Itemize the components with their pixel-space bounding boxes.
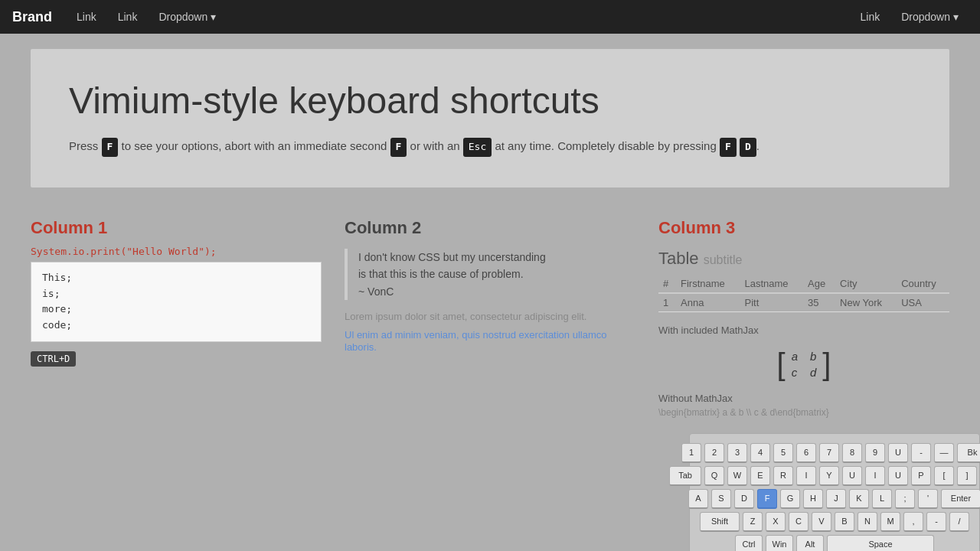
key-4[interactable]: 4 <box>750 443 770 463</box>
key-6[interactable]: 6 <box>796 443 816 463</box>
chevron-down-icon: ▾ <box>211 11 216 23</box>
th-country: Country <box>897 275 949 293</box>
ctrl-badge: CTRL+D <box>31 351 76 367</box>
key-i2[interactable]: I <box>865 466 885 486</box>
key-9[interactable]: 9 <box>865 443 885 463</box>
table-subtitle: subtitle <box>704 253 743 266</box>
key-rbracket[interactable]: ] <box>957 466 977 486</box>
key-b[interactable]: B <box>835 512 854 532</box>
key-r[interactable]: R <box>773 466 793 486</box>
matrix-cells: a b c d <box>786 347 823 382</box>
key-slash[interactable]: / <box>949 512 969 532</box>
navbar: Brand Link Link Dropdown ▾ Link Dropdown… <box>0 0 980 34</box>
key-h[interactable]: H <box>803 489 823 509</box>
bracket-right: ] <box>822 349 831 380</box>
matrix: [ a b c d ] <box>768 344 841 385</box>
key-y[interactable]: Y <box>819 466 839 486</box>
column-2: Column 2 I don't know CSS but my uncerst… <box>345 218 635 353</box>
key-g[interactable]: G <box>780 489 800 509</box>
columns-section: Column 1 System.io.print("Hello World");… <box>0 203 980 433</box>
th-firstname: Firstname <box>676 275 740 293</box>
col2-link[interactable]: Ul enim ad minim veniam, quis nostrud ex… <box>345 329 606 353</box>
keyboard-wrapper: 1 2 3 4 5 6 7 8 9 U - — Bk Tab Q W E R I… <box>0 433 980 551</box>
mathjax-with: With included MathJax <box>658 324 949 336</box>
keyboard-row-2: Tab Q W E R I Y U I U P [ ] \ <box>699 466 970 486</box>
key-d[interactable]: D <box>734 489 754 509</box>
key-quote[interactable]: ' <box>918 489 938 509</box>
th-city: City <box>835 275 897 293</box>
key-z[interactable]: Z <box>743 512 763 532</box>
nav-dropdown-left[interactable]: Dropdown ▾ <box>149 6 225 28</box>
key-u3[interactable]: U <box>888 466 908 486</box>
key-combo1: F <box>720 138 737 157</box>
nav-link-1[interactable]: Link <box>67 6 106 28</box>
hero-description: Press F to see your options, abort with … <box>69 137 911 157</box>
key-8[interactable]: 8 <box>842 443 862 463</box>
col1-code-block: This;is;more;code; <box>31 262 322 342</box>
key-v[interactable]: V <box>812 512 831 532</box>
col1-title: Column 1 <box>31 218 322 238</box>
key-f2-badge: F <box>390 138 407 157</box>
matrix-container: [ a b c d ] <box>658 344 949 385</box>
key-w[interactable]: W <box>727 466 747 486</box>
col3-title: Column 3 <box>658 218 949 238</box>
key-x[interactable]: X <box>766 512 786 532</box>
key-q[interactable]: Q <box>704 466 724 486</box>
key-enter[interactable]: Enter <box>941 489 980 509</box>
key-dash[interactable]: — <box>934 443 954 463</box>
key-p[interactable]: P <box>911 466 931 486</box>
navbar-links: Link Link Dropdown ▾ <box>67 6 851 28</box>
key-tab[interactable]: Tab <box>669 466 701 486</box>
key-lbracket[interactable]: [ <box>934 466 954 486</box>
nav-link-2[interactable]: Link <box>109 6 147 28</box>
key-s[interactable]: S <box>711 489 731 509</box>
column-1: Column 1 System.io.print("Hello World");… <box>31 218 322 367</box>
key-dot[interactable]: - <box>926 512 946 532</box>
nav-dropdown-right[interactable]: Dropdown ▾ <box>892 6 968 28</box>
table-heading: Table subtitle <box>658 249 949 269</box>
navbar-brand[interactable]: Brand <box>12 9 52 25</box>
key-k[interactable]: K <box>849 489 869 509</box>
key-i[interactable]: I <box>796 466 816 486</box>
key-comma[interactable]: , <box>903 512 923 532</box>
key-5[interactable]: 5 <box>773 443 793 463</box>
keyboard-row-4: Shift Z X C V B N M , - / <box>699 512 970 532</box>
col2-lorem: Lorem ipsum dolor sit amet, consectetur … <box>345 311 635 322</box>
without-mathjax: Without MathJax \begin{bmatrix} a & b \\… <box>658 393 949 418</box>
key-space[interactable]: Space <box>827 535 934 551</box>
key-u[interactable]: U <box>888 443 908 463</box>
keyboard-row-3: A S D F G H J K L ; ' Enter <box>699 489 970 509</box>
navbar-right: Link Dropdown ▾ <box>851 6 968 28</box>
key-f[interactable]: F <box>757 489 777 509</box>
col1-code-label: System.io.print("Hello World"); <box>31 246 322 257</box>
key-l[interactable]: L <box>872 489 892 509</box>
key-e[interactable]: E <box>750 466 770 486</box>
th-lastname: Lastname <box>740 275 803 293</box>
key-a[interactable]: A <box>688 489 708 509</box>
table-row: 1 Anna Pitt 35 New York USA <box>658 293 949 312</box>
key-minus[interactable]: - <box>911 443 931 463</box>
keyboard-row-1: 1 2 3 4 5 6 7 8 9 U - — Bk <box>699 443 970 463</box>
key-7[interactable]: 7 <box>819 443 839 463</box>
chevron-down-icon-right: ▾ <box>953 11 959 23</box>
key-m[interactable]: M <box>880 512 900 532</box>
key-ctrl[interactable]: Ctrl <box>735 535 763 551</box>
key-combo2: D <box>740 138 756 157</box>
key-1[interactable]: 1 <box>681 443 701 463</box>
key-backspace[interactable]: Bk <box>957 443 980 463</box>
key-win[interactable]: Win <box>766 535 793 551</box>
key-semicolon[interactable]: ; <box>895 489 915 509</box>
key-2[interactable]: 2 <box>704 443 724 463</box>
key-j[interactable]: J <box>826 489 846 509</box>
key-c[interactable]: C <box>789 512 808 532</box>
key-shift-left[interactable]: Shift <box>700 512 740 532</box>
key-f-badge: F <box>102 138 119 157</box>
key-u2[interactable]: U <box>842 466 862 486</box>
key-n[interactable]: N <box>858 512 877 532</box>
th-hash: # <box>658 275 676 293</box>
hero-section: Vimium-style keyboard shortcuts Press F … <box>31 49 949 187</box>
key-alt[interactable]: Alt <box>796 535 824 551</box>
nav-link-right[interactable]: Link <box>851 6 889 28</box>
keyboard: 1 2 3 4 5 6 7 8 9 U - — Bk Tab Q W E R I… <box>689 433 980 551</box>
key-3[interactable]: 3 <box>727 443 747 463</box>
